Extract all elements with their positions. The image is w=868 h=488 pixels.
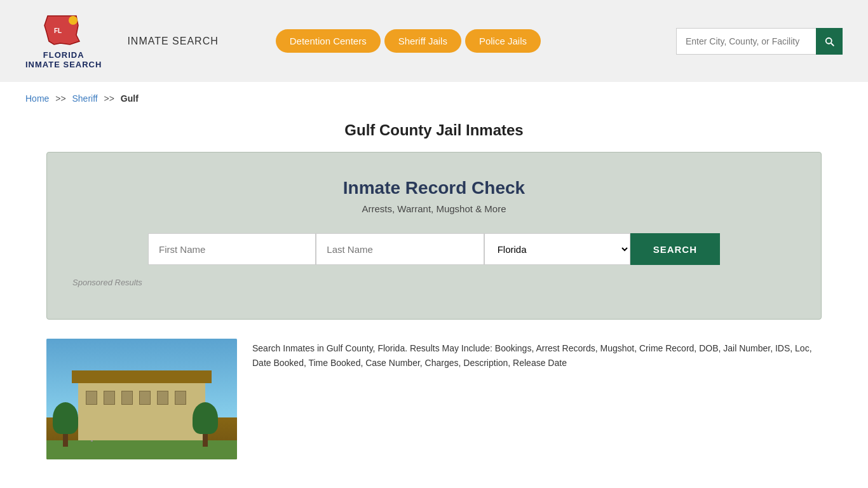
record-check-box: Inmate Record Check Arrests, Warrant, Mu… <box>46 152 822 320</box>
building-roof <box>72 370 212 383</box>
window <box>104 391 115 405</box>
page-title: Gulf County Jail Inmates <box>25 121 843 139</box>
tree-trunk <box>203 434 208 447</box>
logo-area: FL FLORIDA INMATE SEARCH <box>25 13 102 69</box>
breadcrumb-sheriff[interactable]: Sheriff <box>72 93 98 104</box>
tree-right <box>193 402 218 447</box>
header: FL FLORIDA INMATE SEARCH INMATE SEARCH D… <box>0 0 868 82</box>
state-select[interactable]: Florida Alabama Georgia All States <box>484 233 630 265</box>
svg-text:FL: FL <box>54 27 62 34</box>
window <box>86 391 97 405</box>
record-check-subtitle: Arrests, Warrant, Mugshot & More <box>66 203 802 214</box>
facility-search-bar <box>676 28 843 55</box>
window <box>157 391 168 405</box>
sheriff-jails-button[interactable]: Sheriff Jails <box>384 29 461 53</box>
facility-image <box>46 339 237 459</box>
inmate-search-header-label: INMATE SEARCH <box>127 36 218 47</box>
florida-map-icon: FL <box>41 13 86 48</box>
sponsored-results-label: Sponsored Results <box>66 278 802 287</box>
svg-point-3 <box>69 16 78 25</box>
nav-buttons: Detention Centers Sheriff Jails Police J… <box>276 29 651 53</box>
bottom-section: Search Inmates in Gulf County, Florida. … <box>46 339 822 472</box>
record-check-title: Inmate Record Check <box>66 178 802 198</box>
breadcrumb-current: Gulf <box>121 93 139 104</box>
record-check-form: Florida Alabama Georgia All States SEARC… <box>148 233 720 265</box>
window <box>175 391 186 405</box>
page-title-section: Gulf County Jail Inmates <box>0 115 868 152</box>
tree-left <box>53 402 78 447</box>
tree-top <box>53 402 78 434</box>
first-name-input[interactable] <box>148 233 316 265</box>
window <box>139 391 151 405</box>
logo-title-line1: FLORIDA <box>43 50 85 60</box>
building-windows <box>78 383 205 412</box>
breadcrumb-sep2: >> <box>104 93 114 104</box>
tree-trunk <box>63 434 68 447</box>
main-content: Inmate Record Check Arrests, Warrant, Mu… <box>21 152 847 488</box>
logo-title-line2: INMATE SEARCH <box>25 60 102 69</box>
tree-top <box>193 402 218 434</box>
facility-image-inner <box>46 339 237 459</box>
search-icon <box>824 36 835 47</box>
facility-search-input[interactable] <box>676 28 816 55</box>
breadcrumb-home[interactable]: Home <box>25 93 49 104</box>
facility-search-button[interactable] <box>816 28 843 55</box>
last-name-input[interactable] <box>316 233 484 265</box>
breadcrumb-sep1: >> <box>55 93 65 104</box>
police-jails-button[interactable]: Police Jails <box>465 29 541 53</box>
building <box>78 383 205 440</box>
breadcrumb: Home >> Sheriff >> Gulf <box>0 82 868 115</box>
facility-description: Search Inmates in Gulf County, Florida. … <box>252 339 822 370</box>
record-search-button[interactable]: SEARCH <box>630 233 720 265</box>
detention-centers-button[interactable]: Detention Centers <box>276 29 381 53</box>
window <box>121 391 133 405</box>
